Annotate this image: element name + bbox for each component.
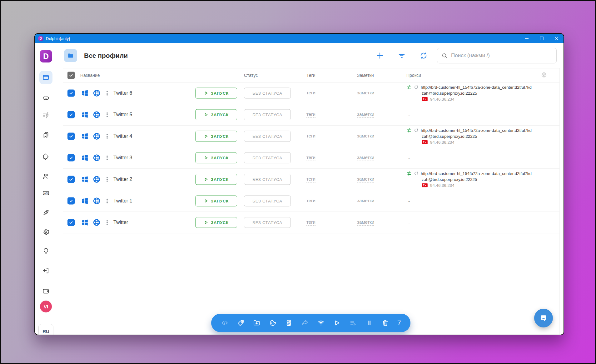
launch-button[interactable]: ЗАПУСК xyxy=(195,152,237,163)
start-icon[interactable] xyxy=(333,319,341,327)
share-icon[interactable] xyxy=(301,319,309,327)
proxy-refresh-icon[interactable] xyxy=(414,85,419,90)
notes-link[interactable]: заметки xyxy=(357,198,374,204)
tags-link[interactable]: теги xyxy=(306,133,315,139)
tags-link[interactable]: теги xyxy=(306,219,315,226)
launch-button[interactable]: ЗАПУСК xyxy=(195,131,237,142)
support-chat-button[interactable] xyxy=(534,309,553,327)
delete-icon[interactable] xyxy=(381,319,389,327)
minimize-button[interactable] xyxy=(519,34,534,43)
launch-button[interactable]: ЗАПУСК xyxy=(195,88,237,99)
tags-link[interactable]: теги xyxy=(306,176,315,182)
tags-icon[interactable] xyxy=(236,319,245,327)
row-checkbox[interactable] xyxy=(67,133,75,140)
status-button[interactable]: БЕЗ СТАТУСА xyxy=(244,109,291,120)
tags-link[interactable]: теги xyxy=(306,90,315,96)
row-menu-button[interactable] xyxy=(107,134,108,139)
row-checkbox[interactable] xyxy=(67,176,75,183)
row-checkbox[interactable] xyxy=(67,219,75,226)
status-button[interactable]: БЕЗ СТАТУСА xyxy=(244,131,291,142)
tags-link[interactable]: теги xyxy=(306,198,315,204)
sidebar-item-profiles[interactable] xyxy=(39,71,52,84)
sidebar-item-extensions[interactable] xyxy=(39,150,52,163)
column-name[interactable]: Название xyxy=(80,73,100,78)
tags-link[interactable]: теги xyxy=(306,112,315,118)
code-icon[interactable] xyxy=(221,319,229,327)
folder-badge[interactable] xyxy=(64,49,77,62)
sidebar-item-settings[interactable] xyxy=(39,225,52,238)
row-menu-button[interactable] xyxy=(107,199,108,203)
proxy-cell[interactable]: http://brd-customer-hl_154fb72a-zone-dat… xyxy=(406,171,553,188)
row-checkbox[interactable] xyxy=(67,111,75,118)
column-notes[interactable]: Заметки xyxy=(357,73,374,78)
proxy-swap-icon[interactable] xyxy=(406,128,412,133)
notes-link[interactable]: заметки xyxy=(357,112,374,118)
dolphin-logo-icon[interactable]: D xyxy=(40,50,52,62)
table-row[interactable]: Twitter ЗАПУСК БЕЗ СТАТУСА теги заметки … xyxy=(63,212,559,233)
proxy-refresh-icon[interactable] xyxy=(414,128,419,133)
queue-icon[interactable] xyxy=(349,319,357,327)
sidebar-item-wallet[interactable] xyxy=(39,284,52,297)
row-menu-button[interactable] xyxy=(107,91,108,96)
notes-link[interactable]: заметки xyxy=(357,155,374,161)
table-row[interactable]: Twitter 4 ЗАПУСК БЕЗ СТАТУСА теги заметк… xyxy=(63,126,559,147)
refresh-button[interactable] xyxy=(420,52,428,60)
status-button[interactable]: БЕЗ СТАТУСА xyxy=(244,174,291,185)
launch-button[interactable]: ЗАПУСК xyxy=(195,217,237,228)
status-button[interactable]: БЕЗ СТАТУСА xyxy=(244,152,291,163)
proxy-refresh-icon[interactable] xyxy=(414,171,419,176)
maximize-button[interactable] xyxy=(534,34,549,43)
status-button[interactable]: БЕЗ СТАТУСА xyxy=(244,196,291,207)
status-button[interactable]: БЕЗ СТАТУСА xyxy=(244,88,291,99)
column-proxy[interactable]: Прокси xyxy=(406,73,421,78)
launch-button[interactable]: ЗАПУСК xyxy=(195,174,237,185)
sidebar-item-team[interactable] xyxy=(39,170,52,183)
row-checkbox[interactable] xyxy=(67,154,75,162)
proxy-cell[interactable]: http://brd-customer-hl_154fb72a-zone-dat… xyxy=(406,84,553,102)
proxy-servers-icon[interactable] xyxy=(285,319,293,327)
select-all-checkbox[interactable] xyxy=(67,72,75,79)
row-menu-button[interactable] xyxy=(107,177,108,182)
notes-link[interactable]: заметки xyxy=(357,176,374,182)
filter-button[interactable] xyxy=(398,52,406,60)
sidebar-item-ideas[interactable] xyxy=(39,244,52,257)
launch-button[interactable]: ЗАПУСК xyxy=(195,109,237,120)
row-menu-button[interactable] xyxy=(107,112,108,117)
proxy-cell[interactable]: http://brd-customer-hl_154fb72a-zone-dat… xyxy=(406,127,553,145)
row-checkbox[interactable] xyxy=(67,197,75,205)
search-box[interactable] xyxy=(437,48,557,63)
wifi-icon[interactable] xyxy=(317,319,325,327)
sidebar-item-links[interactable] xyxy=(39,92,52,105)
pause-icon[interactable] xyxy=(365,319,373,327)
row-menu-button[interactable] xyxy=(107,156,108,160)
close-button[interactable] xyxy=(549,34,564,43)
row-menu-button[interactable] xyxy=(107,220,108,225)
user-avatar[interactable]: VI xyxy=(40,301,52,312)
sidebar-item-bookmarks[interactable] xyxy=(39,128,52,142)
column-tags[interactable]: Теги xyxy=(306,73,315,78)
notes-link[interactable]: заметки xyxy=(357,133,374,139)
notes-link[interactable]: заметки xyxy=(357,90,374,96)
table-settings-icon[interactable] xyxy=(540,72,547,79)
sidebar-item-rocket[interactable] xyxy=(39,206,52,219)
launch-button[interactable]: ЗАПУСК xyxy=(195,196,237,207)
table-row[interactable]: Twitter 6 ЗАПУСК БЕЗ СТАТУСА теги заметк… xyxy=(63,82,559,104)
notes-link[interactable]: заметки xyxy=(357,219,374,226)
cookies-icon[interactable] xyxy=(269,319,277,327)
sidebar-item-automation[interactable] xyxy=(39,109,52,122)
row-checkbox[interactable] xyxy=(67,90,75,97)
add-to-folder-icon[interactable] xyxy=(253,319,261,327)
table-row[interactable]: Twitter 1 ЗАПУСК БЕЗ СТАТУСА теги заметк… xyxy=(63,190,559,212)
language-switcher[interactable]: RU xyxy=(38,324,53,335)
proxy-swap-icon[interactable] xyxy=(406,85,412,90)
table-row[interactable]: Twitter 5 ЗАПУСК БЕЗ СТАТУСА теги заметк… xyxy=(63,104,559,126)
sidebar-item-api[interactable]: API xyxy=(39,187,52,200)
add-profile-button[interactable] xyxy=(376,52,384,60)
table-row[interactable]: Twitter 3 ЗАПУСК БЕЗ СТАТУСА теги заметк… xyxy=(63,147,559,169)
sidebar-item-logout[interactable] xyxy=(39,264,52,277)
search-input[interactable] xyxy=(450,52,552,59)
table-row[interactable]: Twitter 2 ЗАПУСК БЕЗ СТАТУСА теги заметк… xyxy=(63,169,559,190)
column-status[interactable]: Статус xyxy=(244,73,258,78)
proxy-swap-icon[interactable] xyxy=(406,171,412,176)
status-button[interactable]: БЕЗ СТАТУСА xyxy=(244,217,291,228)
